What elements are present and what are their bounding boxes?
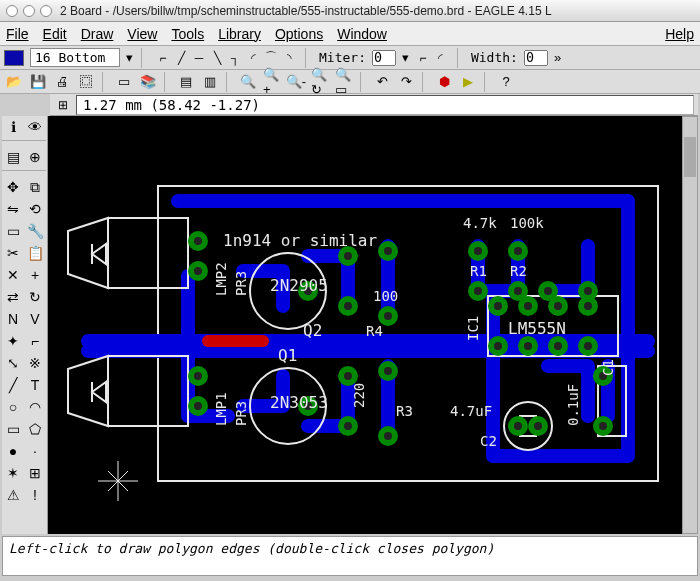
open-icon[interactable]: 📂 — [4, 73, 24, 91]
replace-tool[interactable]: ↻ — [24, 286, 46, 308]
rect-tool[interactable]: ▭ — [2, 418, 24, 440]
label-r3: R3 — [396, 403, 413, 419]
menu-file[interactable]: File — [6, 26, 29, 42]
svg-point-48 — [514, 287, 522, 295]
pinswap-tool[interactable]: ⇄ — [2, 286, 24, 308]
svg-point-44 — [514, 247, 522, 255]
split-tool[interactable]: ⤡ — [2, 352, 24, 374]
eye-tool[interactable]: 👁 — [24, 116, 46, 138]
mirror-tool[interactable]: ⇋ — [2, 198, 24, 220]
zoom-in-icon[interactable]: 🔍+ — [262, 73, 282, 91]
erc-tool[interactable]: ⚠ — [2, 484, 24, 506]
width-label: Width: — [471, 50, 518, 65]
poly-tool[interactable]: ⬠ — [24, 418, 46, 440]
grid-icon[interactable]: ⊞ — [54, 96, 72, 114]
arc-tool[interactable]: ◠ — [24, 396, 46, 418]
dropdown-icon[interactable]: ▾ — [402, 50, 409, 65]
label-c1: C1 — [600, 359, 616, 376]
cam-icon[interactable]: ⿴ — [76, 73, 96, 91]
zoom-select-icon[interactable]: 🔍▭ — [334, 73, 354, 91]
stop-icon[interactable]: ⬢ — [434, 73, 454, 91]
zoom-redraw-icon[interactable]: 🔍↻ — [310, 73, 330, 91]
go-icon[interactable]: ▶ — [458, 73, 478, 91]
redo-icon[interactable]: ↷ — [396, 73, 416, 91]
name-tool[interactable]: N — [2, 308, 24, 330]
svg-point-40 — [384, 432, 392, 440]
board-canvas[interactable]: 1n914 or similar 2N2905 Q2 2N3053 Q1 4.7… — [48, 116, 682, 534]
paste-tool[interactable]: 📋 — [24, 242, 46, 264]
text-tool[interactable]: T — [24, 374, 46, 396]
svg-point-30 — [344, 422, 352, 430]
menu-view[interactable]: View — [127, 26, 157, 42]
svg-point-56 — [524, 302, 532, 310]
close-window-button[interactable] — [6, 5, 18, 17]
layer-select[interactable]: 16 Bottom — [30, 48, 120, 67]
board-icon[interactable]: ▭ — [114, 73, 134, 91]
menu-edit[interactable]: Edit — [43, 26, 67, 42]
vertical-scrollbar[interactable] — [682, 116, 698, 534]
help-icon[interactable]: ? — [496, 73, 516, 91]
layer-color-swatch[interactable] — [4, 50, 24, 66]
change-tool[interactable]: 🔧 — [24, 220, 46, 242]
menu-window[interactable]: Window — [337, 26, 387, 42]
width-input[interactable] — [524, 50, 548, 66]
minimize-window-button[interactable] — [23, 5, 35, 17]
miter-input[interactable] — [372, 50, 396, 66]
delete-tool[interactable]: ✕ — [2, 264, 24, 286]
save-icon[interactable]: 💾 — [28, 73, 48, 91]
zoom-fit-icon[interactable]: 🔍 — [238, 73, 258, 91]
scrollbar-thumb[interactable] — [684, 137, 696, 177]
optimize-tool[interactable]: ※ — [24, 352, 46, 374]
bend-0-icon[interactable]: ⌐ — [155, 50, 171, 66]
cut-tool[interactable]: ✂ — [2, 242, 24, 264]
group-tool[interactable]: ▭ — [2, 220, 24, 242]
lib-icon[interactable]: 📚 — [138, 73, 158, 91]
signal-tool[interactable]: · — [24, 440, 46, 462]
zoom-window-button[interactable] — [40, 5, 52, 17]
menu-library[interactable]: Library — [218, 26, 261, 42]
menu-options[interactable]: Options — [275, 26, 323, 42]
print-icon[interactable]: 🖨 — [52, 73, 72, 91]
miter-style1-icon[interactable]: ⌐ — [415, 50, 431, 66]
bend-4-icon[interactable]: ┐ — [227, 50, 243, 66]
route-tool[interactable]: ╱ — [2, 374, 24, 396]
rotate-tool[interactable]: ⟲ — [24, 198, 46, 220]
bend-arc3-icon[interactable]: ◝ — [281, 50, 297, 66]
miter-label: Miter: — [319, 50, 366, 65]
circle-tool[interactable]: ○ — [2, 396, 24, 418]
miter-style2-icon[interactable]: ◜ — [433, 50, 449, 66]
wire-bend-icons[interactable]: ⌐ ╱ ─ ╲ ┐ ◜ ⌒ ◝ — [155, 50, 297, 66]
dropdown-icon[interactable]: ▾ — [126, 50, 133, 65]
via-tool[interactable]: ● — [2, 440, 24, 462]
layer-tool[interactable]: ▤ — [2, 146, 24, 168]
add-tool[interactable]: + — [24, 264, 46, 286]
ulp-icon[interactable]: ▥ — [200, 73, 220, 91]
value-tool[interactable]: V — [24, 308, 46, 330]
undo-icon[interactable]: ↶ — [372, 73, 392, 91]
auto-tool[interactable]: ⊞ — [24, 462, 46, 484]
svg-point-62 — [494, 342, 502, 350]
smash-tool[interactable]: ✦ — [2, 330, 24, 352]
miter-tool[interactable]: ⌐ — [24, 330, 46, 352]
bend-arc2-icon[interactable]: ⌒ — [263, 50, 279, 66]
bend-3-icon[interactable]: ╲ — [209, 50, 225, 66]
more-icon[interactable]: » — [554, 50, 561, 65]
copy-tool[interactable]: ⧉ — [24, 176, 46, 198]
move-tool[interactable]: ✥ — [2, 176, 24, 198]
errors-tool[interactable]: ! — [24, 484, 46, 506]
label-r4v: 100 — [373, 288, 398, 304]
menu-help[interactable]: Help — [665, 26, 694, 42]
svg-point-68 — [584, 342, 592, 350]
menu-draw[interactable]: Draw — [81, 26, 114, 42]
bend-2-icon[interactable]: ─ — [191, 50, 207, 66]
mark-tool[interactable]: ⊕ — [24, 146, 46, 168]
bend-1-icon[interactable]: ╱ — [173, 50, 189, 66]
bend-arc1-icon[interactable]: ◜ — [245, 50, 261, 66]
menu-tools[interactable]: Tools — [171, 26, 204, 42]
svg-point-60 — [584, 302, 592, 310]
zoom-out-icon[interactable]: 🔍- — [286, 73, 306, 91]
info-tool[interactable]: ℹ — [2, 116, 24, 138]
script-icon[interactable]: ▤ — [176, 73, 196, 91]
label-q2: Q2 — [303, 321, 322, 340]
ratsnest-tool[interactable]: ✶ — [2, 462, 24, 484]
